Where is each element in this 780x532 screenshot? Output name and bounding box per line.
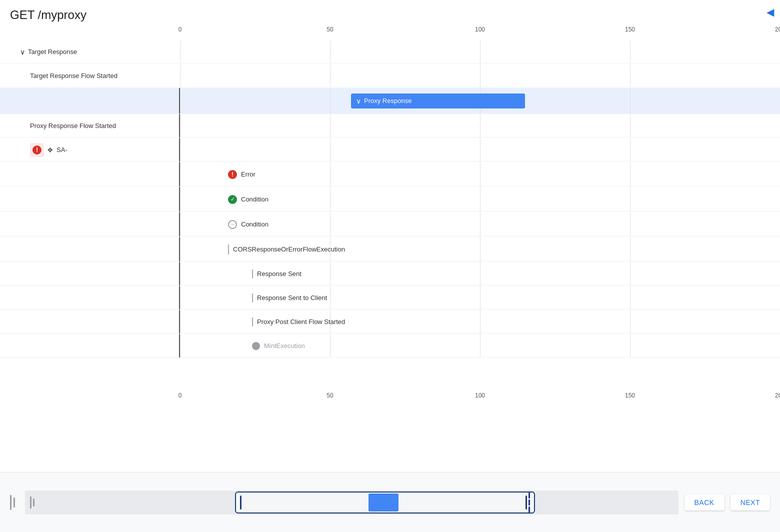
axis-label-100: 100 — [475, 26, 485, 33]
row-response-sent: Response Sent — [0, 262, 780, 286]
row-chart-response-sent: Response Sent — [180, 262, 780, 286]
circle-gray-icon — [252, 342, 260, 350]
row-chart-sa — [180, 138, 780, 162]
axis-bottom-label-150: 150 — [625, 392, 635, 399]
row-chart-mint-execution: MintExecution — [180, 334, 780, 358]
error-box-icon: ! — [30, 143, 44, 157]
next-button[interactable]: NEXT — [730, 494, 770, 510]
condition1-label-group: ✓ Condition — [228, 195, 268, 204]
row-chart-condition1: ✓ Condition — [180, 187, 780, 212]
row-label-target-response: ∨ Target Response — [0, 48, 180, 56]
chart-rows: ∨ Target Response Target Response Flow S… — [0, 40, 780, 390]
row-label-target-response-flow: Target Response Flow Started — [0, 72, 180, 80]
collapse-button[interactable]: ◀ — [766, 6, 774, 18]
row-response-sent-client: Response Sent to Client — [0, 286, 780, 310]
row-proxy-response[interactable]: ∨ Proxy Response — [0, 88, 780, 114]
minus-icon: − — [228, 220, 237, 229]
page-title: GET /myproxy — [0, 0, 780, 26]
row-chart-target-response — [180, 40, 780, 64]
axis-label-50: 50 — [326, 26, 333, 33]
condition2-label-group: − Condition — [228, 220, 268, 229]
row-label-proxy-response-flow: Proxy Response Flow Started — [0, 122, 180, 130]
response-sent-client-label-group: Response Sent to Client — [252, 294, 327, 302]
row-proxy-response-flow: Proxy Response Flow Started — [0, 114, 780, 138]
scroll-thumb-inner — [368, 494, 398, 512]
scroll-thumb[interactable] — [235, 492, 535, 514]
proxy-response-bar: ∨ Proxy Response — [351, 94, 525, 108]
track-mini-bars-left — [30, 496, 34, 508]
row-chart-proxy-post-client: Proxy Post Client Flow Started — [180, 310, 780, 334]
share-icon: ❖ — [47, 146, 54, 154]
bottom-navigation: BACK NEXT — [0, 472, 780, 532]
error-label-group: ! Error — [228, 170, 256, 179]
back-button[interactable]: BACK — [684, 494, 724, 510]
axis-bottom-label-0: 0 — [178, 392, 182, 399]
row-cors: CORSResponseOrErrorFlowExecution — [0, 237, 780, 262]
scroll-thumb-handle-r1 — [526, 496, 527, 510]
error-icon: ! — [32, 146, 42, 154]
scroll-track[interactable] — [25, 490, 678, 514]
scroll-thumb-right-handles — [526, 492, 530, 512]
check-icon: ✓ — [228, 195, 237, 204]
scroll-thumb-left-handle — [240, 496, 242, 510]
row-chart-target-response-flow — [180, 64, 780, 88]
chevron-bar-icon: ∨ — [356, 97, 361, 105]
error-status-icon: ! — [228, 170, 237, 179]
row-chart-response-sent-client: Response Sent to Client — [180, 286, 780, 310]
axis-bottom-label-200: 200 — [775, 392, 780, 399]
row-chart-proxy-response: ∨ Proxy Response — [180, 88, 780, 114]
axis-label-200: 200 — [775, 26, 780, 33]
row-chart-proxy-response-flow — [180, 114, 780, 138]
row-chart-error: ! Error — [180, 162, 780, 186]
axis-bottom: 0 50 100 150 200 — [180, 392, 780, 406]
row-condition2: − Condition — [0, 212, 780, 237]
row-chart-cors: CORSResponseOrErrorFlowExecution — [180, 237, 780, 262]
row-proxy-post-client: Proxy Post Client Flow Started — [0, 310, 780, 334]
row-target-response[interactable]: ∨ Target Response — [0, 40, 780, 64]
response-sent-label-group: Response Sent — [252, 270, 302, 278]
cors-label-group: CORSResponseOrErrorFlowExecution — [228, 244, 345, 254]
row-chart-condition2: − Condition — [180, 212, 780, 236]
mini-bar-2 — [14, 498, 15, 508]
axis-top: 0 50 100 150 200 — [180, 26, 780, 40]
proxy-post-client-label-group: Proxy Post Client Flow Started — [252, 318, 345, 326]
row-mint-execution: MintExecution — [0, 334, 780, 358]
row-label-sa: ! ❖ SA- — [0, 143, 180, 157]
axis-label-150: 150 — [625, 26, 635, 33]
axis-bottom-label-50: 50 — [326, 392, 333, 399]
row-error: ! Error — [0, 162, 780, 187]
row-condition1: ✓ Condition — [0, 187, 780, 212]
axis-label-0: 0 — [178, 26, 182, 33]
axis-bottom-label-100: 100 — [475, 392, 485, 399]
mint-execution-label-group: MintExecution — [252, 342, 305, 350]
mini-bar-1 — [10, 495, 12, 510]
scroll-mini-left — [10, 495, 15, 510]
row-sa[interactable]: ! ❖ SA- — [0, 138, 780, 162]
scroll-thumb-handle-group — [528, 492, 530, 512]
row-target-response-flow: Target Response Flow Started — [0, 64, 780, 88]
chevron-icon: ∨ — [20, 48, 25, 56]
